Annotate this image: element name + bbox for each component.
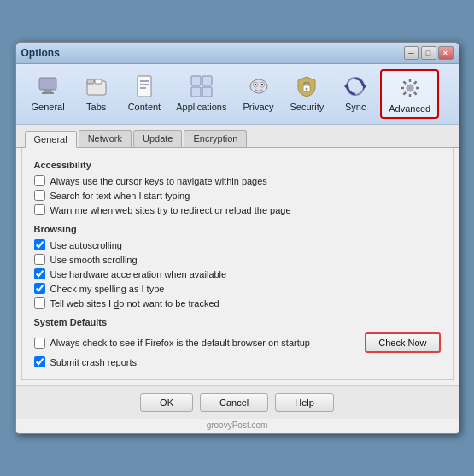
toolbar-item-content[interactable]: Content <box>121 69 168 119</box>
check-now-button[interactable]: Check Now <box>365 332 440 353</box>
svg-rect-4 <box>87 79 94 84</box>
svg-rect-13 <box>202 87 212 97</box>
smooth-scrolling-checkbox[interactable] <box>34 254 45 265</box>
sync-icon <box>342 73 369 100</box>
svg-marker-22 <box>363 83 366 90</box>
general-icon <box>34 73 61 100</box>
smooth-scrolling-label[interactable]: Use smooth scrolling <box>50 255 138 265</box>
svg-line-31 <box>414 81 417 84</box>
check-spell-check: Check my spelling as I type <box>34 283 441 294</box>
privacy-icon <box>245 73 272 100</box>
svg-point-17 <box>254 84 255 85</box>
toolbar-item-general[interactable]: General <box>25 69 72 119</box>
maximize-button[interactable]: □ <box>421 46 436 60</box>
find-text-checkbox[interactable] <box>34 190 45 201</box>
tabs-row: General Network Update Encryption <box>16 125 459 148</box>
toolbar: General Tabs Cont <box>16 64 459 125</box>
title-bar: Options ─ □ × <box>16 43 459 64</box>
tab-update[interactable]: Update <box>133 130 182 147</box>
no-track-label[interactable]: Tell web sites I do not want to be track… <box>50 298 219 309</box>
check-find-text: Search for text when I start typing <box>34 190 441 201</box>
security-label: Security <box>290 102 325 112</box>
find-text-label[interactable]: Search for text when I start typing <box>50 191 190 201</box>
advanced-label: Advanced <box>389 103 430 114</box>
svg-rect-0 <box>39 78 56 90</box>
cursor-keys-label[interactable]: Always use the cursor keys to navigate w… <box>50 176 267 186</box>
applications-label: Applications <box>176 102 226 112</box>
crash-reports-checkbox[interactable] <box>34 356 45 367</box>
autoscrolling-checkbox[interactable] <box>34 239 45 250</box>
help-button[interactable]: Help <box>275 393 334 412</box>
content-icon <box>131 73 158 100</box>
svg-marker-23 <box>344 83 348 90</box>
toolbar-item-tabs[interactable]: Tabs <box>73 69 120 119</box>
tab-encryption[interactable]: Encryption <box>184 130 247 147</box>
warn-redirect-checkbox[interactable] <box>34 204 45 215</box>
bottom-bar: OK Cancel Help <box>16 385 459 419</box>
check-crash-reports: Submit crash reports <box>34 356 441 367</box>
hw-accel-checkbox[interactable] <box>34 268 45 279</box>
svg-line-30 <box>414 92 417 95</box>
toolbar-item-security[interactable]: Security <box>284 69 331 119</box>
check-autoscrolling: Use autoscrolling <box>34 239 441 250</box>
svg-line-29 <box>403 81 406 84</box>
sync-label: Sync <box>345 102 366 112</box>
tabs-icon <box>83 73 110 100</box>
default-browser-checkbox[interactable] <box>34 338 45 349</box>
default-browser-label[interactable]: Always check to see if Firefox is the de… <box>50 338 310 348</box>
svg-rect-6 <box>138 76 151 97</box>
spell-check-label[interactable]: Check my spelling as I type <box>50 284 165 294</box>
tab-network[interactable]: Network <box>79 130 132 147</box>
warn-redirect-label[interactable]: Warn me when web sites try to redirect o… <box>50 205 291 215</box>
ok-button[interactable]: OK <box>140 393 193 412</box>
advanced-icon <box>396 74 424 102</box>
hw-accel-label[interactable]: Use hardware acceleration when available <box>50 269 227 279</box>
content-area: Accessibility Always use the cursor keys… <box>21 148 454 380</box>
content-label: Content <box>128 102 161 112</box>
check-no-track: Tell web sites I do not want to be track… <box>34 297 441 309</box>
applications-icon <box>188 73 215 100</box>
system-defaults-row: Always check to see if Firefox is the de… <box>34 332 441 353</box>
svg-rect-5 <box>95 79 102 84</box>
check-smooth-scrolling: Use smooth scrolling <box>34 254 441 265</box>
no-track-checkbox[interactable] <box>34 297 45 309</box>
minimize-button[interactable]: ─ <box>404 46 419 60</box>
svg-rect-2 <box>42 92 54 94</box>
autoscrolling-label[interactable]: Use autoscrolling <box>50 240 122 250</box>
security-icon <box>293 73 320 100</box>
svg-point-20 <box>306 88 308 91</box>
svg-point-18 <box>260 84 262 85</box>
toolbar-item-advanced[interactable]: Advanced <box>380 69 439 119</box>
toolbar-item-privacy[interactable]: Privacy <box>236 69 282 119</box>
toolbar-item-applications[interactable]: Applications <box>169 69 233 119</box>
crash-reports-label[interactable]: Submit crash reports <box>50 357 138 367</box>
tabs-label: Tabs <box>86 102 106 112</box>
svg-point-24 <box>407 85 413 91</box>
close-button[interactable]: × <box>438 46 454 60</box>
system-defaults-title: System Defaults <box>34 317 441 327</box>
spell-check-checkbox[interactable] <box>34 283 45 294</box>
check-warn-redirect: Warn me when web sites try to redirect o… <box>34 204 441 215</box>
accessibility-title: Accessibility <box>34 160 441 170</box>
check-default-browser: Always check to see if Firefox is the de… <box>34 338 359 349</box>
svg-rect-10 <box>191 76 201 85</box>
svg-rect-11 <box>202 76 212 85</box>
svg-rect-1 <box>44 90 51 92</box>
options-window: Options ─ □ × General <box>15 42 459 434</box>
tab-general[interactable]: General <box>25 131 77 148</box>
check-hw-accel: Use hardware acceleration when available <box>34 268 441 279</box>
svg-rect-12 <box>191 87 201 97</box>
title-bar-buttons: ─ □ × <box>404 46 454 60</box>
privacy-label: Privacy <box>243 102 273 112</box>
check-cursor-keys: Always use the cursor keys to navigate w… <box>34 175 441 186</box>
general-label: General <box>32 102 65 112</box>
cursor-keys-checkbox[interactable] <box>34 175 45 186</box>
cancel-button[interactable]: Cancel <box>200 393 268 412</box>
svg-line-32 <box>403 92 406 95</box>
window-title: Options <box>21 47 60 59</box>
browsing-title: Browsing <box>34 224 441 234</box>
toolbar-item-sync[interactable]: Sync <box>332 69 378 119</box>
watermark: groovyPost.com <box>16 419 459 433</box>
